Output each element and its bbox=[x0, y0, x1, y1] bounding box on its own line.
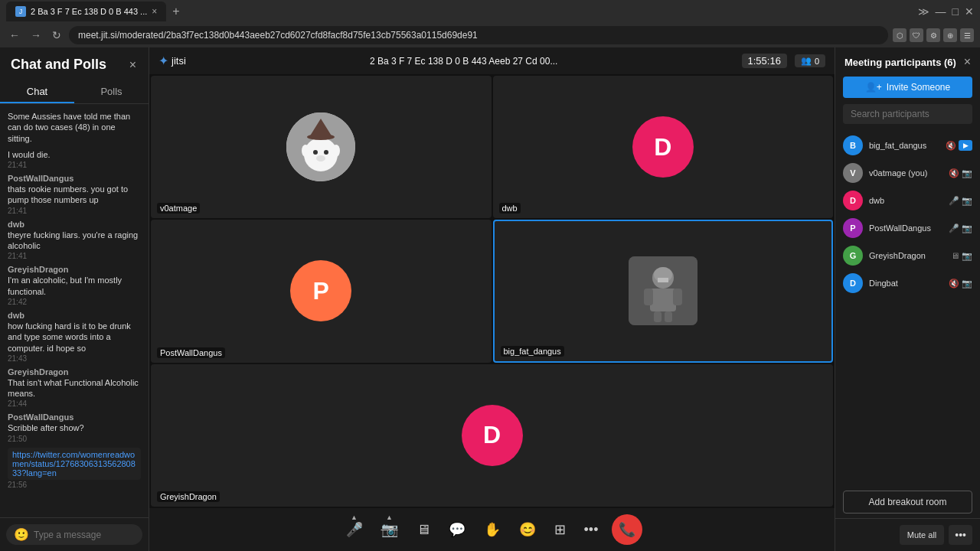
message-7: PostWallDangus Scribble after show? 21:5… bbox=[8, 412, 141, 442]
svg-rect-12 bbox=[650, 289, 676, 311]
chat-panel: Chat and Polls × Chat Polls Some Aussies… bbox=[0, 47, 149, 551]
main-content: Chat and Polls × Chat Polls Some Aussies… bbox=[0, 47, 980, 551]
message-5: dwb how fucking hard is it to be drunk a… bbox=[8, 311, 141, 363]
greyish-video-icon: 📷 bbox=[962, 251, 972, 261]
minimize-icon[interactable]: — bbox=[936, 5, 946, 18]
svg-point-4 bbox=[313, 150, 318, 155]
svg-point-8 bbox=[332, 145, 340, 157]
active-tab[interactable]: J 2 Ba 3 F 7 Ec 138 D 0 B 443 ... × bbox=[6, 2, 166, 21]
refresh-button[interactable]: ↻ bbox=[49, 28, 64, 43]
chat-button[interactable]: 💬 bbox=[444, 518, 470, 541]
message-8: https://twitter.com/womenreadwomen/statu… bbox=[8, 448, 141, 489]
tab-polls[interactable]: Polls bbox=[74, 81, 149, 103]
postwalldan-mic-icon: 🎤 bbox=[949, 223, 959, 233]
browser-chrome: J 2 Ba 3 F 7 Ec 138 D 0 B 443 ... × + ≫ … bbox=[0, 0, 980, 47]
video-area: ✦ jitsi 2 Ba 3 F 7 Ec 138 D 0 B 443 Aeeb… bbox=[149, 47, 835, 551]
reactions-button[interactable]: 😊 bbox=[514, 518, 541, 541]
postwalldan-avatar: P bbox=[290, 260, 351, 321]
participant-count-badge: 👥 0 bbox=[795, 54, 825, 67]
postwalldan-p-avatar: P bbox=[843, 218, 863, 238]
jitsi-logo-text: jitsi bbox=[172, 55, 186, 67]
ext-icon-3: ⚙ bbox=[926, 28, 940, 42]
greyish-label: GreyishDragon bbox=[157, 491, 220, 502]
participant-item-bigfat: B big_fat_dangus 🔇 ▶ bbox=[835, 132, 980, 159]
ext-icon-5: ☰ bbox=[960, 28, 974, 42]
svg-rect-15 bbox=[654, 311, 662, 322]
tab-close-button[interactable]: × bbox=[152, 6, 157, 17]
svg-point-9 bbox=[315, 161, 327, 171]
participants-header: Meeting participants (6) × bbox=[835, 47, 980, 77]
mute-all-button[interactable]: Mute all bbox=[900, 525, 945, 545]
ext-icon-1: ⬡ bbox=[893, 28, 906, 42]
tab-title: 2 Ba 3 F 7 Ec 138 D 0 B 443 ... bbox=[31, 7, 147, 16]
dwb-p-name: dwb bbox=[869, 196, 942, 205]
greyish-p-avatar: G bbox=[843, 246, 863, 266]
v0atmage-p-name: v0atmage (you) bbox=[869, 168, 942, 178]
tab-favicon: J bbox=[15, 6, 26, 17]
maximize-icon[interactable]: □ bbox=[952, 5, 959, 18]
svg-point-7 bbox=[302, 145, 309, 157]
video-tile-postwalldan: P PostWallDangus bbox=[151, 220, 492, 362]
address-bar[interactable] bbox=[69, 26, 888, 44]
chat-messages: Some Aussies have told me than can do tw… bbox=[0, 104, 149, 517]
message-1: I would die. 21:41 bbox=[8, 148, 141, 169]
dingbat-p-avatar: D bbox=[843, 273, 863, 293]
tab-chat[interactable]: Chat bbox=[0, 81, 74, 103]
dingbat-p-name: Dingbat bbox=[869, 279, 942, 288]
invite-icon: 👤+ bbox=[865, 82, 882, 93]
invite-someone-button[interactable]: 👤+ Invite Someone bbox=[843, 77, 972, 98]
end-call-button[interactable]: 📞 bbox=[612, 514, 642, 545]
forward-button[interactable]: → bbox=[28, 28, 44, 43]
video-tile-bigfat: big_fat_dangus bbox=[493, 220, 834, 362]
svg-rect-14 bbox=[673, 289, 682, 305]
postwalldan-label: PostWallDangus bbox=[157, 347, 225, 358]
participant-item-postwalldan: P PostWallDangus 🎤 📷 bbox=[835, 214, 980, 242]
dingbat-mic-icon: 🔇 bbox=[949, 279, 959, 289]
camera-off-icon: 📷 bbox=[381, 522, 398, 537]
close-window-icon[interactable]: ✕ bbox=[965, 5, 974, 18]
camera-button[interactable]: ▲ 📷 bbox=[377, 518, 403, 541]
bigfat-p-avatar: B bbox=[843, 135, 863, 155]
jitsi-logo: ✦ jitsi bbox=[158, 54, 186, 68]
participants-close-button[interactable]: × bbox=[964, 55, 971, 69]
message-6: GreyishDragon That isn't what Functional… bbox=[8, 367, 141, 409]
goat-avatar bbox=[286, 112, 355, 181]
participants-more-button[interactable]: ••• bbox=[949, 525, 972, 545]
add-breakout-room-button[interactable]: Add breakout room bbox=[843, 491, 972, 514]
back-button[interactable]: ← bbox=[6, 28, 23, 43]
svg-rect-13 bbox=[644, 289, 653, 305]
greyish-content: D bbox=[462, 405, 523, 466]
greyish-p-icons: 🖥 📷 bbox=[951, 251, 972, 261]
participant-item-dwb: D dwb 🎤 📷 bbox=[835, 187, 980, 214]
bigfat-p-icons: 🔇 ▶ bbox=[946, 140, 972, 151]
v0atmage-video-icon: 📷 bbox=[962, 168, 972, 178]
new-tab-button[interactable]: + bbox=[169, 5, 182, 18]
svg-point-5 bbox=[324, 150, 328, 155]
meeting-timer: 1:55:16 bbox=[742, 54, 787, 68]
bigfat-p-name: big_fat_dangus bbox=[869, 141, 939, 150]
participant-item-v0atmage: V v0atmage (you) 🔇 📷 bbox=[835, 159, 980, 187]
screen-share-button[interactable]: 🖥 bbox=[412, 519, 435, 541]
chat-tabs: Chat Polls bbox=[0, 81, 149, 104]
meeting-title: 2 Ba 3 F 7 Ec 138 D 0 B 443 Aeeb 27 Cd 0… bbox=[194, 56, 734, 67]
grid-button[interactable]: ⊞ bbox=[550, 518, 570, 541]
ext-icon-2: 🛡 bbox=[910, 28, 923, 42]
jitsi-logo-icon: ✦ bbox=[158, 54, 168, 68]
v0atmage-p-icons: 🔇 📷 bbox=[949, 168, 972, 178]
chat-close-button[interactable]: × bbox=[128, 57, 138, 73]
mic-chevron-icon: ▲ bbox=[351, 514, 358, 521]
bigfat-video bbox=[629, 256, 697, 325]
bottom-controls: Mute all ••• bbox=[835, 518, 980, 551]
tab-overflow-icon[interactable]: ≫ bbox=[918, 5, 929, 18]
participants-title: Meeting participants (6) bbox=[844, 57, 956, 68]
chat-input[interactable] bbox=[34, 530, 149, 540]
chat-input-wrapper: 🙂 ➤ bbox=[6, 524, 142, 545]
emoji-button[interactable]: 🙂 bbox=[14, 527, 29, 542]
dingbat-p-icons: 🔇 📷 bbox=[949, 279, 972, 289]
greyish-avatar: D bbox=[462, 405, 523, 466]
video-grid: v0atmage D dwb P PostWallDangus bbox=[149, 74, 835, 508]
mic-button[interactable]: ▲ 🎤 bbox=[341, 518, 368, 541]
more-options-button[interactable]: ••• bbox=[580, 519, 603, 541]
search-participants-input[interactable] bbox=[843, 104, 972, 124]
hand-raise-button[interactable]: ✋ bbox=[479, 518, 505, 541]
